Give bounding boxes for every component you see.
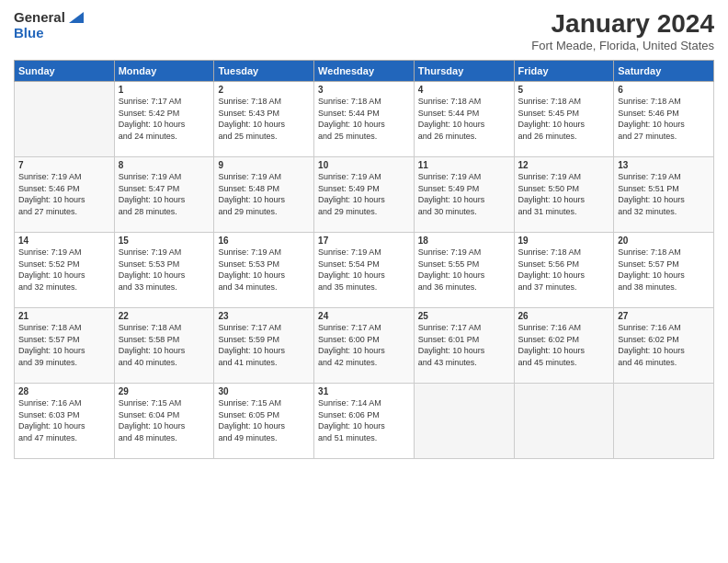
- week-row-2: 14Sunrise: 7:19 AM Sunset: 5:52 PM Dayli…: [15, 233, 714, 308]
- day-number: 5: [518, 85, 610, 95]
- logo-blue: Blue: [14, 25, 44, 40]
- calendar-cell: 16Sunrise: 7:19 AM Sunset: 5:53 PM Dayli…: [214, 233, 314, 308]
- cell-content: Sunrise: 7:18 AM Sunset: 5:44 PM Dayligh…: [418, 96, 510, 142]
- calendar-cell: 23Sunrise: 7:17 AM Sunset: 5:59 PM Dayli…: [214, 308, 314, 384]
- cell-content: Sunrise: 7:19 AM Sunset: 5:53 PM Dayligh…: [218, 247, 310, 293]
- page: General Blue January 2024 Fort Meade, Fl…: [0, 0, 728, 563]
- calendar-cell: [514, 384, 614, 459]
- calendar-cell: 9Sunrise: 7:19 AM Sunset: 5:48 PM Daylig…: [214, 157, 314, 233]
- calendar-cell: 2Sunrise: 7:18 AM Sunset: 5:43 PM Daylig…: [214, 82, 314, 157]
- header-cell-saturday: Saturday: [614, 61, 714, 82]
- day-number: 14: [18, 236, 110, 246]
- day-number: 15: [119, 236, 210, 246]
- cell-content: Sunrise: 7:14 AM Sunset: 6:06 PM Dayligh…: [318, 397, 410, 443]
- calendar-cell: 19Sunrise: 7:18 AM Sunset: 5:56 PM Dayli…: [514, 233, 614, 308]
- day-number: 10: [318, 160, 410, 170]
- day-number: 20: [618, 236, 710, 246]
- calendar-cell: [614, 384, 714, 459]
- cell-content: Sunrise: 7:19 AM Sunset: 5:55 PM Dayligh…: [418, 247, 510, 293]
- day-number: 8: [119, 160, 210, 170]
- logo-general: General: [14, 9, 65, 25]
- calendar-cell: 6Sunrise: 7:18 AM Sunset: 5:46 PM Daylig…: [614, 82, 714, 157]
- cell-content: Sunrise: 7:18 AM Sunset: 5:57 PM Dayligh…: [618, 247, 710, 293]
- calendar-cell: 7Sunrise: 7:19 AM Sunset: 5:46 PM Daylig…: [15, 157, 115, 233]
- calendar-cell: 3Sunrise: 7:18 AM Sunset: 5:44 PM Daylig…: [314, 82, 415, 157]
- cell-content: Sunrise: 7:17 AM Sunset: 6:01 PM Dayligh…: [418, 322, 510, 368]
- header-row: SundayMondayTuesdayWednesdayThursdayFrid…: [15, 61, 714, 82]
- cell-content: Sunrise: 7:19 AM Sunset: 5:49 PM Dayligh…: [418, 171, 510, 217]
- day-number: 30: [218, 386, 310, 396]
- calendar-cell: 4Sunrise: 7:18 AM Sunset: 5:44 PM Daylig…: [414, 82, 514, 157]
- cell-content: Sunrise: 7:18 AM Sunset: 5:43 PM Dayligh…: [218, 96, 310, 142]
- calendar-cell: 24Sunrise: 7:17 AM Sunset: 6:00 PM Dayli…: [314, 308, 415, 384]
- calendar-cell: 11Sunrise: 7:19 AM Sunset: 5:49 PM Dayli…: [414, 157, 514, 233]
- cell-content: Sunrise: 7:18 AM Sunset: 5:57 PM Dayligh…: [18, 322, 110, 368]
- calendar-cell: 17Sunrise: 7:19 AM Sunset: 5:54 PM Dayli…: [314, 233, 415, 308]
- day-number: 3: [318, 85, 410, 95]
- day-number: 19: [518, 236, 610, 246]
- title-area: January 2024 Fort Meade, Florida, United…: [531, 9, 714, 52]
- calendar-cell: 26Sunrise: 7:16 AM Sunset: 6:02 PM Dayli…: [514, 308, 614, 384]
- day-number: 1: [119, 85, 210, 95]
- week-row-0: 1Sunrise: 7:17 AM Sunset: 5:42 PM Daylig…: [15, 82, 714, 157]
- calendar-cell: 28Sunrise: 7:16 AM Sunset: 6:03 PM Dayli…: [15, 384, 115, 459]
- cell-content: Sunrise: 7:17 AM Sunset: 5:59 PM Dayligh…: [218, 322, 310, 368]
- calendar-cell: 15Sunrise: 7:19 AM Sunset: 5:53 PM Dayli…: [114, 233, 214, 308]
- cell-content: Sunrise: 7:19 AM Sunset: 5:52 PM Dayligh…: [18, 247, 110, 293]
- cell-content: Sunrise: 7:18 AM Sunset: 5:45 PM Dayligh…: [518, 96, 610, 142]
- calendar-cell: 27Sunrise: 7:16 AM Sunset: 6:02 PM Dayli…: [614, 308, 714, 384]
- header: General Blue January 2024 Fort Meade, Fl…: [14, 9, 714, 52]
- calendar-cell: 12Sunrise: 7:19 AM Sunset: 5:50 PM Dayli…: [514, 157, 614, 233]
- cell-content: Sunrise: 7:19 AM Sunset: 5:54 PM Dayligh…: [318, 247, 410, 293]
- calendar-cell: 30Sunrise: 7:15 AM Sunset: 6:05 PM Dayli…: [214, 384, 314, 459]
- calendar-cell: 21Sunrise: 7:18 AM Sunset: 5:57 PM Dayli…: [15, 308, 115, 384]
- header-cell-wednesday: Wednesday: [314, 61, 415, 82]
- day-number: 17: [318, 236, 410, 246]
- cell-content: Sunrise: 7:16 AM Sunset: 6:03 PM Dayligh…: [18, 397, 110, 443]
- day-number: 24: [318, 311, 410, 321]
- location-title: Fort Meade, Florida, United States: [531, 39, 714, 52]
- day-number: 9: [218, 160, 310, 170]
- calendar-cell: 20Sunrise: 7:18 AM Sunset: 5:57 PM Dayli…: [614, 233, 714, 308]
- cell-content: Sunrise: 7:19 AM Sunset: 5:46 PM Dayligh…: [18, 171, 110, 217]
- calendar-cell: 18Sunrise: 7:19 AM Sunset: 5:55 PM Dayli…: [414, 233, 514, 308]
- cell-content: Sunrise: 7:15 AM Sunset: 6:04 PM Dayligh…: [119, 397, 210, 443]
- logo-icon: [67, 10, 84, 25]
- header-cell-sunday: Sunday: [15, 61, 115, 82]
- day-number: 27: [618, 311, 710, 321]
- day-number: 2: [218, 85, 310, 95]
- cell-content: Sunrise: 7:18 AM Sunset: 5:44 PM Dayligh…: [318, 96, 410, 142]
- calendar-cell: 8Sunrise: 7:19 AM Sunset: 5:47 PM Daylig…: [114, 157, 214, 233]
- cell-content: Sunrise: 7:18 AM Sunset: 5:46 PM Dayligh…: [618, 96, 710, 142]
- cell-content: Sunrise: 7:19 AM Sunset: 5:51 PM Dayligh…: [618, 171, 710, 217]
- month-title: January 2024: [531, 9, 714, 39]
- day-number: 22: [119, 311, 210, 321]
- day-number: 31: [318, 386, 410, 396]
- day-number: 28: [18, 386, 110, 396]
- calendar-table: SundayMondayTuesdayWednesdayThursdayFrid…: [14, 60, 714, 459]
- cell-content: Sunrise: 7:19 AM Sunset: 5:49 PM Dayligh…: [318, 171, 410, 217]
- cell-content: Sunrise: 7:17 AM Sunset: 6:00 PM Dayligh…: [318, 322, 410, 368]
- day-number: 29: [119, 386, 210, 396]
- header-cell-tuesday: Tuesday: [214, 61, 314, 82]
- day-number: 11: [418, 160, 510, 170]
- logo: General Blue: [14, 9, 84, 40]
- cell-content: Sunrise: 7:17 AM Sunset: 5:42 PM Dayligh…: [119, 96, 210, 142]
- calendar-cell: 13Sunrise: 7:19 AM Sunset: 5:51 PM Dayli…: [614, 157, 714, 233]
- header-cell-thursday: Thursday: [414, 61, 514, 82]
- cell-content: Sunrise: 7:19 AM Sunset: 5:48 PM Dayligh…: [218, 171, 310, 217]
- calendar-cell: [414, 384, 514, 459]
- day-number: 4: [418, 85, 510, 95]
- day-number: 6: [618, 85, 710, 95]
- calendar-cell: 10Sunrise: 7:19 AM Sunset: 5:49 PM Dayli…: [314, 157, 415, 233]
- day-number: 26: [518, 311, 610, 321]
- calendar-cell: 25Sunrise: 7:17 AM Sunset: 6:01 PM Dayli…: [414, 308, 514, 384]
- calendar-cell: 14Sunrise: 7:19 AM Sunset: 5:52 PM Dayli…: [15, 233, 115, 308]
- cell-content: Sunrise: 7:19 AM Sunset: 5:50 PM Dayligh…: [518, 171, 610, 217]
- calendar-cell: 22Sunrise: 7:18 AM Sunset: 5:58 PM Dayli…: [114, 308, 214, 384]
- day-number: 23: [218, 311, 310, 321]
- calendar-cell: [15, 82, 115, 157]
- day-number: 16: [218, 236, 310, 246]
- calendar-cell: 1Sunrise: 7:17 AM Sunset: 5:42 PM Daylig…: [114, 82, 214, 157]
- day-number: 13: [618, 160, 710, 170]
